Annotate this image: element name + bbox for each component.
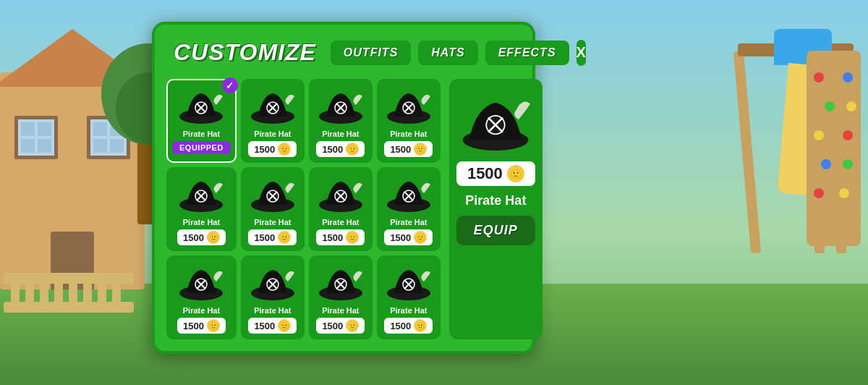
item-image [247, 261, 299, 305]
item-image [175, 173, 227, 216]
robux-icon: 🙂 [414, 143, 427, 156]
item-price: 1500 [322, 232, 343, 243]
item-name: Pirate Hat [390, 130, 427, 138]
item-name: Pirate Hat [390, 218, 427, 227]
item-image [315, 85, 367, 128]
pirate-hat-icon [176, 263, 226, 303]
price-row: 1500 🙂 [248, 141, 297, 157]
robux-icon: 🙂 [278, 319, 291, 332]
price-row: 1500 🙂 [248, 318, 297, 334]
detail-price-row: 1500 🙂 [456, 161, 535, 186]
price-row: 1500 🙂 [384, 229, 433, 245]
item-price: 1500 [183, 321, 204, 331]
price-row: 1500 🙂 [177, 229, 226, 245]
item-name: Pirate Hat [183, 306, 220, 315]
pirate-hat-icon [384, 86, 433, 127]
item-price: 1500 [254, 144, 275, 155]
tab-effects[interactable]: EFFECTS [485, 41, 569, 65]
robux-icon: 🙂 [414, 319, 427, 332]
fence [4, 273, 134, 313]
detail-pirate-hat-icon [459, 88, 532, 156]
item-image [315, 173, 367, 216]
robux-icon: 🙂 [346, 143, 359, 156]
modal-content: ✓ Pirate Hat EQUIPPED [166, 79, 521, 339]
equipped-checkmark: ✓ [222, 77, 238, 93]
item-image [383, 85, 435, 128]
tab-hats[interactable]: HATS [418, 41, 477, 65]
list-item[interactable]: Pirate Hat 1500 🙂 [309, 255, 373, 339]
item-name: Pirate Hat [254, 130, 291, 138]
price-row: 1500 🙂 [177, 318, 226, 334]
list-item[interactable]: Pirate Hat 1500 🙂 [241, 167, 305, 251]
item-name: Pirate Hat [322, 130, 359, 138]
item-image [315, 261, 367, 305]
price-row: 1500 🙂 [248, 229, 297, 245]
close-button[interactable]: X [576, 40, 586, 66]
pirate-hat-icon [248, 263, 297, 303]
item-image [383, 173, 435, 216]
playground [665, 29, 868, 333]
item-price: 1500 [254, 232, 275, 243]
modal-header: CUSTOMIZE OUTFITS HATS EFFECTS X [166, 36, 521, 69]
item-name: Pirate Hat [254, 306, 291, 315]
item-name: Pirate Hat [183, 218, 220, 227]
pirate-hat-icon [248, 86, 297, 127]
item-name: Pirate Hat [322, 218, 359, 227]
item-price: 1500 [390, 232, 411, 243]
modal-title: CUSTOMIZE [166, 36, 323, 69]
detail-item-name: Pirate Hat [465, 193, 526, 208]
pirate-hat-icon [176, 174, 226, 215]
item-image [175, 261, 227, 305]
detail-price: 1500 [467, 164, 503, 183]
tab-outfits[interactable]: OUTFITS [331, 41, 411, 65]
item-name: Pirate Hat [183, 130, 220, 138]
robux-icon: 🙂 [346, 231, 359, 244]
item-image [247, 173, 299, 216]
pirate-hat-icon [176, 86, 226, 127]
detail-panel: 1500 🙂 Pirate Hat EQUIP [449, 79, 542, 339]
item-grid: ✓ Pirate Hat EQUIPPED [166, 79, 441, 339]
price-row: 1500 🙂 [316, 318, 365, 334]
house-window-left [14, 116, 58, 159]
item-name: Pirate Hat [254, 218, 291, 227]
robux-icon: 🙂 [278, 143, 291, 156]
list-item[interactable]: Pirate Hat 1500 🙂 [241, 255, 305, 339]
item-price: 1500 [254, 321, 275, 331]
list-item[interactable]: Pirate Hat 1500 🙂 [377, 255, 441, 339]
robux-icon: 🙂 [278, 231, 291, 244]
pirate-hat-icon [316, 263, 365, 303]
pirate-hat-icon [316, 86, 365, 127]
robux-icon: 🙂 [414, 231, 427, 244]
list-item[interactable]: Pirate Hat 1500 🙂 [377, 79, 441, 163]
list-item[interactable]: ✓ Pirate Hat EQUIPPED [166, 79, 237, 163]
robux-icon: 🙂 [346, 319, 359, 332]
detail-robux-icon: 🙂 [507, 165, 524, 182]
pirate-hat-icon [316, 174, 365, 215]
pirate-hat-icon [384, 174, 433, 215]
detail-item-image [459, 89, 532, 154]
customize-modal: CUSTOMIZE OUTFITS HATS EFFECTS X ✓ [152, 22, 535, 354]
item-image [247, 85, 299, 128]
item-price: 1500 [390, 144, 411, 155]
price-row: 1500 🙂 [316, 229, 365, 245]
equip-button[interactable]: EQUIP [456, 216, 535, 245]
robux-icon: 🙂 [207, 231, 220, 244]
list-item[interactable]: Pirate Hat 1500 🙂 [166, 255, 237, 339]
list-item[interactable]: Pirate Hat 1500 🙂 [241, 79, 305, 163]
equipped-badge: EQUIPPED [172, 141, 231, 154]
item-image [175, 85, 227, 128]
price-row: 1500 🙂 [316, 141, 365, 157]
item-name: Pirate Hat [322, 306, 359, 315]
list-item[interactable]: Pirate Hat 1500 🙂 [377, 167, 441, 251]
item-price: 1500 [390, 321, 411, 331]
price-row: 1500 🙂 [384, 318, 433, 334]
item-image [383, 261, 435, 305]
price-row: 1500 🙂 [384, 141, 433, 157]
list-item[interactable]: Pirate Hat 1500 🙂 [309, 79, 373, 163]
item-name: Pirate Hat [390, 306, 427, 315]
list-item[interactable]: Pirate Hat 1500 🙂 [166, 167, 237, 251]
pirate-hat-icon [384, 263, 433, 303]
item-price: 1500 [183, 232, 204, 243]
list-item[interactable]: Pirate Hat 1500 🙂 [309, 167, 373, 251]
pirate-hat-icon [248, 174, 297, 215]
